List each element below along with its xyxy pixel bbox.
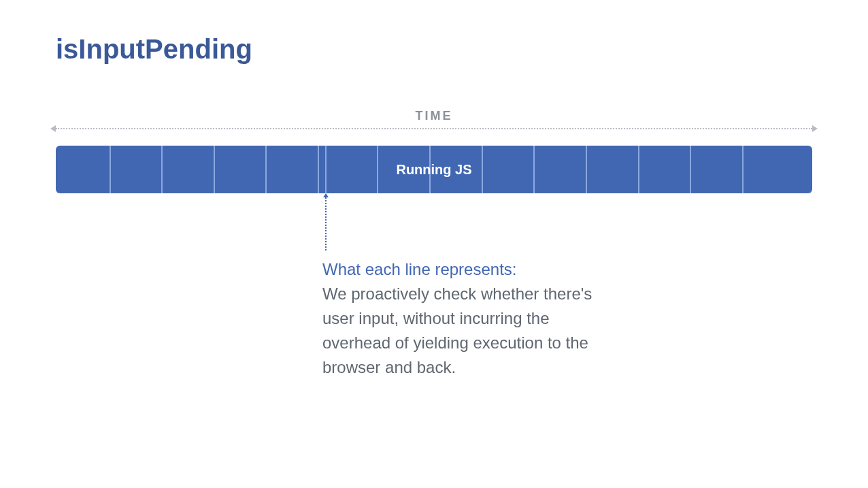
bar-divider (325, 146, 327, 193)
bar-divider (690, 146, 691, 193)
bar-divider (586, 146, 587, 193)
bar-divider (533, 146, 535, 193)
page-title: isInputPending (56, 34, 252, 65)
bar-divider (110, 146, 111, 193)
time-axis-label: TIME (416, 109, 453, 123)
bar-divider (214, 146, 215, 193)
annotation-block: What each line represents: We proactivel… (322, 257, 608, 380)
bar-label: Running JS (396, 162, 471, 178)
annotation-pointer (325, 197, 327, 250)
bar-divider (377, 146, 378, 193)
running-js-bar: Running JS (56, 146, 812, 193)
bar-divider (742, 146, 744, 193)
bar-divider (265, 146, 267, 193)
annotation-body: We proactively check whether there's use… (322, 282, 608, 380)
time-axis (56, 128, 812, 129)
bar-divider (161, 146, 163, 193)
annotation-heading: What each line represents: (322, 257, 608, 282)
bar-divider (638, 146, 639, 193)
bar-divider (318, 146, 319, 193)
bar-divider (482, 146, 483, 193)
